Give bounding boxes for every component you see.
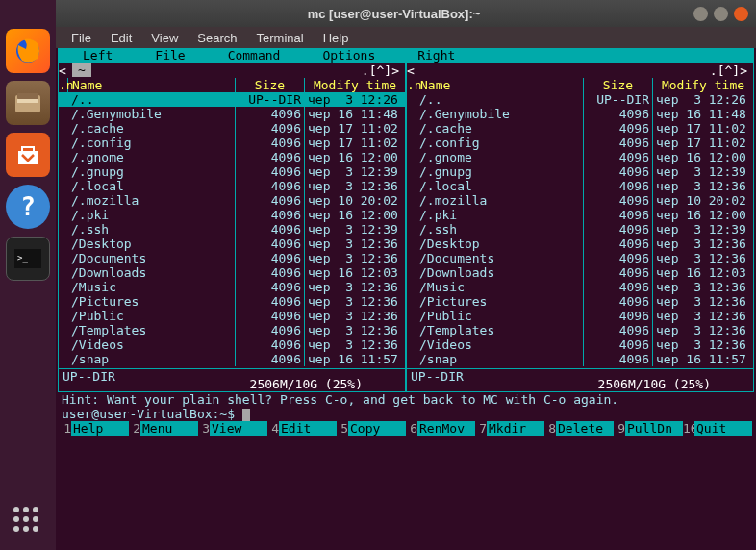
file-row[interactable]: /.mozilla4096чер 10 20:02: [59, 193, 405, 208]
file-row[interactable]: /.gnupg4096чер 3 12:39: [59, 164, 405, 179]
fkey-pulldn[interactable]: 9PullDn: [614, 421, 683, 436]
file-row[interactable]: /Downloads4096чер 16 12:03: [407, 265, 753, 280]
column-headers: .n Name Size Modify time: [407, 78, 753, 92]
file-row[interactable]: /..UP--DIRчер 3 12:26: [407, 92, 753, 107]
panel-sort-indicator[interactable]: .[^]>: [710, 63, 747, 78]
file-row[interactable]: /.gnome4096чер 16 12:00: [407, 150, 753, 164]
mc-area: Left File Command Options Right < ~ .[^]…: [56, 48, 756, 550]
mc-menu-right[interactable]: Right: [396, 48, 476, 62]
file-row[interactable]: /.Genymobile4096чер 16 11:48: [407, 107, 753, 121]
file-row[interactable]: /Public4096чер 3 12:36: [407, 309, 753, 323]
left-panel[interactable]: < ~ .[^]> .n Name Size Modify time /..UP…: [58, 62, 406, 392]
file-row[interactable]: /.pki4096чер 16 12:00: [59, 208, 405, 222]
menu-terminal[interactable]: Terminal: [249, 29, 312, 47]
fkey-help[interactable]: 1Help: [60, 421, 129, 436]
fkey-mkdir[interactable]: 7Mkdir: [475, 421, 544, 436]
file-row[interactable]: /.cache4096чер 17 11:02: [59, 121, 405, 136]
file-row[interactable]: /Videos4096чер 3 12:36: [59, 338, 405, 352]
file-row[interactable]: /Pictures4096чер 3 12:36: [407, 294, 753, 309]
file-row[interactable]: /snap4096чер 16 11:57: [407, 352, 753, 366]
file-row[interactable]: /.cache4096чер 17 11:02: [407, 121, 753, 136]
menu-file[interactable]: File: [63, 29, 99, 47]
file-rows-right: /..UP--DIRчер 3 12:26/.Genymobile4096чер…: [407, 92, 753, 366]
svg-text:>_: >_: [17, 253, 28, 262]
fkey-edit[interactable]: 4Edit: [267, 421, 337, 436]
file-row[interactable]: /.local4096чер 3 12:36: [59, 179, 405, 193]
menu-view[interactable]: View: [143, 29, 186, 47]
menu-edit[interactable]: Edit: [103, 29, 139, 47]
function-keys: 1Help2Menu3View4Edit5Copy6RenMov7Mkdir8D…: [58, 421, 754, 436]
file-row[interactable]: /snap4096чер 16 11:57: [59, 352, 405, 366]
file-row[interactable]: /Videos4096чер 3 12:36: [407, 338, 753, 352]
menu-help[interactable]: Help: [315, 29, 357, 47]
file-rows-left: /..UP--DIRчер 3 12:26/.Genymobile4096чер…: [59, 92, 405, 366]
launcher-dock: ? >_: [0, 0, 56, 550]
firefox-icon[interactable]: [6, 29, 50, 73]
maximize-button[interactable]: [714, 7, 728, 21]
fkey-view[interactable]: 3View: [198, 421, 267, 436]
software-icon[interactable]: [6, 133, 50, 177]
file-row[interactable]: /Pictures4096чер 3 12:36: [59, 294, 405, 309]
file-row[interactable]: /.Genymobile4096чер 16 11:48: [59, 107, 405, 121]
panel-sort-indicator[interactable]: .[^]>: [362, 63, 399, 78]
file-row[interactable]: /.config4096чер 17 11:02: [407, 136, 753, 150]
file-row[interactable]: /.ssh4096чер 3 12:39: [59, 222, 405, 237]
fkey-renmov[interactable]: 6RenMov: [406, 421, 475, 436]
mc-menubar: Left File Command Options Right: [58, 48, 754, 62]
file-row[interactable]: /Templates4096чер 3 12:36: [59, 323, 405, 338]
file-row[interactable]: /Documents4096чер 3 12:36: [407, 251, 753, 265]
fkey-copy[interactable]: 5Copy: [337, 421, 406, 436]
file-row[interactable]: /.config4096чер 17 11:02: [59, 136, 405, 150]
column-headers: .n Name Size Modify time: [59, 78, 405, 92]
file-row[interactable]: /.gnome4096чер 16 12:00: [59, 150, 405, 164]
file-row[interactable]: /.local4096чер 3 12:36: [407, 179, 753, 193]
shell-prompt[interactable]: user@user-VirtualBox:~$: [58, 407, 754, 421]
hint-line: Hint: Want your plain shell? Press C-o, …: [58, 392, 754, 407]
terminal-window: mc [user@user-VirtualBox]:~ File Edit Vi…: [56, 0, 756, 550]
svg-rect-2: [17, 93, 38, 99]
window-menubar: File Edit View Search Terminal Help: [56, 27, 756, 48]
file-row[interactable]: /.pki4096чер 16 12:00: [407, 208, 753, 222]
file-row[interactable]: /Public4096чер 3 12:36: [59, 309, 405, 323]
file-row[interactable]: /Music4096чер 3 12:36: [407, 280, 753, 294]
window-title: mc [user@user-VirtualBox]:~: [94, 7, 693, 21]
mc-menu-command[interactable]: Command: [207, 48, 302, 62]
file-row[interactable]: /Downloads4096чер 16 12:03: [59, 265, 405, 280]
file-row[interactable]: /Documents4096чер 3 12:36: [59, 251, 405, 265]
file-row[interactable]: /Desktop4096чер 3 12:36: [59, 237, 405, 251]
mc-menu-file[interactable]: File: [134, 48, 206, 62]
help-icon[interactable]: ?: [6, 185, 50, 229]
mc-menu-left[interactable]: Left: [62, 48, 134, 62]
panel-path-tab[interactable]: ~: [72, 62, 91, 77]
minimize-button[interactable]: [693, 7, 708, 21]
right-panel[interactable]: < .[^]> .n Name Size Modify time /..UP--…: [406, 62, 754, 392]
apps-grid-icon[interactable]: [13, 507, 42, 536]
file-row[interactable]: /Templates4096чер 3 12:36: [407, 323, 753, 338]
file-row[interactable]: /Desktop4096чер 3 12:36: [407, 237, 753, 251]
mc-menu-options[interactable]: Options: [301, 48, 396, 62]
file-row[interactable]: /.gnupg4096чер 3 12:39: [407, 164, 753, 179]
menu-search[interactable]: Search: [189, 29, 244, 47]
fkey-delete[interactable]: 8Delete: [544, 421, 614, 436]
titlebar: mc [user@user-VirtualBox]:~: [56, 0, 756, 27]
file-row[interactable]: /.mozilla4096чер 10 20:02: [407, 193, 753, 208]
files-icon[interactable]: [6, 81, 50, 125]
fkey-quit[interactable]: 10Quit: [683, 421, 752, 436]
file-row[interactable]: /Music4096чер 3 12:36: [59, 280, 405, 294]
svg-rect-3: [17, 99, 38, 103]
terminal-icon[interactable]: >_: [6, 237, 50, 281]
close-button[interactable]: [734, 7, 748, 21]
file-row[interactable]: /..UP--DIRчер 3 12:26: [59, 92, 405, 107]
file-row[interactable]: /.ssh4096чер 3 12:39: [407, 222, 753, 237]
fkey-menu[interactable]: 2Menu: [129, 421, 198, 436]
